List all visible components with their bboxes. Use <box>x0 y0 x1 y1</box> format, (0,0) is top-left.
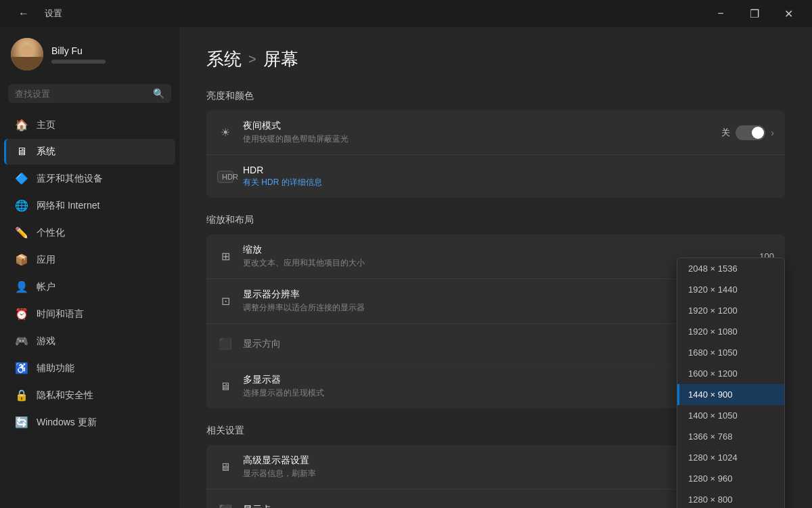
dropdown-item[interactable]: 1920 × 1080 <box>677 321 784 342</box>
app-layout: Billy Fu 🔍 🏠 主页 🖥 系统 🔷 蓝牙和其他设备 <box>0 27 812 508</box>
scale-subtitle: 更改文本、应用和其他项目的大小 <box>243 257 750 269</box>
sidebar-item-home[interactable]: 🏠 主页 <box>4 112 175 138</box>
dropdown-item[interactable]: 2048 × 1536 <box>677 258 784 279</box>
accounts-icon: 👤 <box>15 280 28 293</box>
time-icon: ⏰ <box>15 308 28 320</box>
sidebar: Billy Fu 🔍 🏠 主页 🖥 系统 🔷 蓝牙和其他设备 <box>0 27 179 508</box>
sidebar-item-label: 游戏 <box>37 335 55 347</box>
night-mode-icon: ☀ <box>217 126 233 139</box>
search-input[interactable] <box>15 89 148 99</box>
avatar <box>11 38 43 70</box>
resolution-dropdown[interactable]: 2048 × 15361920 × 14401920 × 12001920 × … <box>677 257 785 508</box>
search-icon: 🔍 <box>153 88 164 99</box>
titlebar-controls: − ❐ ✕ <box>705 3 804 24</box>
hdr-link[interactable]: 有关 HDR 的详细信息 <box>243 177 774 188</box>
dropdown-item[interactable]: 1280 × 800 <box>677 489 784 508</box>
night-mode-text: 夜间模式 使用较暖的颜色帮助屏蔽蓝光 <box>243 120 712 145</box>
sidebar-item-personalization[interactable]: ✏️ 个性化 <box>4 219 175 246</box>
sidebar-item-apps[interactable]: 📦 应用 <box>4 247 175 273</box>
sidebar-nav: 🏠 主页 🖥 系统 🔷 蓝牙和其他设备 🌐 网络和 Internet ✏️ 个性… <box>0 111 179 436</box>
night-mode-toggle[interactable] <box>736 125 765 140</box>
privacy-icon: 🔒 <box>15 389 28 402</box>
search-box[interactable]: 🔍 <box>8 84 171 103</box>
network-icon: 🌐 <box>15 199 28 212</box>
sidebar-item-label: 时间和语言 <box>37 308 84 320</box>
user-profile[interactable]: Billy Fu <box>0 27 179 79</box>
night-mode-title: 夜间模式 <box>243 120 712 132</box>
dropdown-item[interactable]: 1680 × 1050 <box>677 342 784 363</box>
sidebar-item-label: 应用 <box>37 254 55 266</box>
breadcrumb-parent: 系统 <box>206 47 242 71</box>
sidebar-item-label: 蓝牙和其他设备 <box>37 173 103 185</box>
dropdown-item[interactable]: 1600 × 1200 <box>677 363 784 384</box>
sidebar-item-label: 辅助功能 <box>37 362 74 375</box>
setting-row-night-mode[interactable]: ☀ 夜间模式 使用较暖的颜色帮助屏蔽蓝光 关 › <box>206 110 785 155</box>
hdr-text: HDR 有关 HDR 的详细信息 <box>243 165 774 188</box>
dropdown-item[interactable]: 1440 × 900 <box>677 384 784 405</box>
resolution-icon: ⊡ <box>217 295 233 308</box>
titlebar-left: ← 设置 <box>8 3 62 24</box>
sidebar-item-label: 网络和 Internet <box>37 200 99 212</box>
sidebar-item-label: 个性化 <box>37 227 65 239</box>
accessibility-icon: ♿ <box>15 362 28 375</box>
dropdown-item[interactable]: 1920 × 1440 <box>677 279 784 300</box>
dropdown-item[interactable]: 1366 × 768 <box>677 426 784 447</box>
maximize-button[interactable]: ❐ <box>739 3 770 24</box>
dropdown-item[interactable]: 1280 × 960 <box>677 468 784 489</box>
sidebar-item-network[interactable]: 🌐 网络和 Internet <box>4 192 175 219</box>
gpu-icon: ⬛ <box>217 504 233 509</box>
sidebar-item-label: 隐私和安全性 <box>37 389 93 402</box>
brightness-card: ☀ 夜间模式 使用较暖的颜色帮助屏蔽蓝光 关 › HDR HDR 有关 HDR … <box>206 110 785 198</box>
bluetooth-icon: 🔷 <box>15 172 28 185</box>
back-button[interactable]: ← <box>8 3 39 24</box>
titlebar-title: 设置 <box>45 7 62 20</box>
section-title-brightness: 亮度和颜色 <box>206 90 785 102</box>
dropdown-item[interactable]: 1920 × 1200 <box>677 300 784 321</box>
section-title-scale: 缩放和布局 <box>206 214 785 226</box>
breadcrumb-separator: > <box>248 51 256 67</box>
toggle-off-label: 关 <box>721 127 730 139</box>
user-subtitle <box>51 60 106 64</box>
update-icon: 🔄 <box>15 416 28 429</box>
sidebar-item-label: 系统 <box>37 146 55 158</box>
multi-display-icon: 🖥 <box>217 381 233 393</box>
sidebar-item-label: 帐户 <box>37 281 55 293</box>
sidebar-item-time[interactable]: ⏰ 时间和语言 <box>4 301 175 327</box>
dropdown-item[interactable]: 1400 × 1050 <box>677 405 784 426</box>
sidebar-item-gaming[interactable]: 🎮 游戏 <box>4 328 175 354</box>
sidebar-item-accessibility[interactable]: ♿ 辅助功能 <box>4 355 175 381</box>
content-area: 系统 > 屏幕 亮度和颜色 ☀ 夜间模式 使用较暖的颜色帮助屏蔽蓝光 关 › <box>179 27 812 508</box>
setting-row-hdr[interactable]: HDR HDR 有关 HDR 的详细信息 <box>206 155 785 198</box>
sidebar-item-system[interactable]: 🖥 系统 <box>4 139 175 165</box>
scale-icon: ⊞ <box>217 250 233 263</box>
scale-text: 缩放 更改文本、应用和其他项目的大小 <box>243 244 750 269</box>
night-mode-control: 关 › <box>721 125 774 140</box>
breadcrumb-current: 屏幕 <box>263 47 298 71</box>
home-icon: 🏠 <box>15 119 28 131</box>
sidebar-item-bluetooth[interactable]: 🔷 蓝牙和其他设备 <box>4 165 175 192</box>
user-name: Billy Fu <box>51 45 106 56</box>
hdr-badge: HDR <box>217 171 233 183</box>
apps-icon: 📦 <box>15 253 28 266</box>
close-button[interactable]: ✕ <box>773 3 804 24</box>
breadcrumb: 系统 > 屏幕 <box>206 47 785 71</box>
sidebar-item-accounts[interactable]: 👤 帐户 <box>4 274 175 300</box>
night-mode-subtitle: 使用较暖的颜色帮助屏蔽蓝光 <box>243 133 712 145</box>
sidebar-item-privacy[interactable]: 🔒 隐私和安全性 <box>4 382 175 408</box>
system-icon: 🖥 <box>15 146 28 158</box>
scale-title: 缩放 <box>243 244 750 256</box>
sidebar-item-label: 主页 <box>37 119 55 131</box>
avatar-image <box>11 38 43 70</box>
night-mode-chevron: › <box>771 127 774 138</box>
minimize-button[interactable]: − <box>705 3 736 24</box>
advanced-display-icon: 🖥 <box>217 461 233 473</box>
personalization-icon: ✏️ <box>15 226 28 239</box>
orientation-icon: ⬛ <box>217 337 233 350</box>
hdr-title: HDR <box>243 165 774 175</box>
user-info: Billy Fu <box>51 45 106 64</box>
titlebar: ← 设置 − ❐ ✕ <box>0 0 812 27</box>
dropdown-item[interactable]: 1280 × 1024 <box>677 447 784 468</box>
sidebar-item-update[interactable]: 🔄 Windows 更新 <box>4 409 175 436</box>
gaming-icon: 🎮 <box>15 335 28 347</box>
sidebar-item-label: Windows 更新 <box>37 417 97 429</box>
